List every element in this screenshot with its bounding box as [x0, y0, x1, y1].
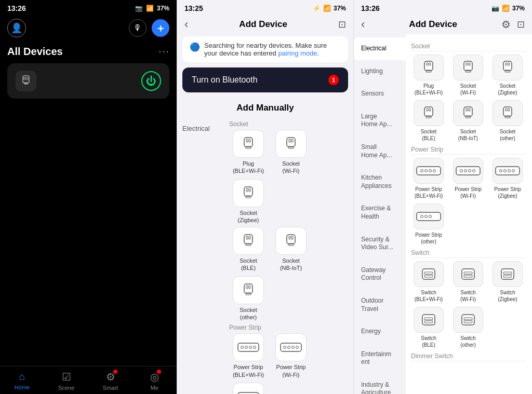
- socket-ble-label: Socket(BLE): [240, 257, 257, 272]
- p3-socket-nbiot-icon: [453, 100, 483, 126]
- device-socket-zigbee[interactable]: Socket(Zigbee): [229, 179, 268, 224]
- ps-zigbee-icon: [233, 383, 264, 394]
- p3-switch-other-icon: [453, 307, 483, 333]
- panel-all-devices: 13:26 📷 📶 37% 👤 🎙 ＋ All Devices ···: [0, 0, 177, 394]
- device-socket-other[interactable]: Socket(other): [229, 276, 268, 321]
- p3-switch-wifi-label: Switch(Wi-Fi): [460, 289, 476, 303]
- device-ps-zigbee[interactable]: Power Strip(Zigbee): [229, 383, 268, 394]
- nav-kitchen[interactable]: KitchenAppliances: [354, 167, 406, 197]
- power-button[interactable]: ⏻: [141, 71, 161, 91]
- p3-device-socket-ble[interactable]: Socket(BLE): [411, 100, 446, 142]
- more-options-button[interactable]: ···: [158, 45, 169, 58]
- device-ps-wifi[interactable]: Power Strip(Wi-Fi): [272, 333, 310, 378]
- socket-wifi-label: Socket(Wi-Fi): [282, 160, 300, 175]
- nav-item-me[interactable]: ◎ Me: [132, 370, 177, 392]
- svg-rect-26: [244, 284, 252, 293]
- p3-device-ps-zigbee[interactable]: Power Strip(Zigbee): [490, 158, 525, 199]
- back-button-3[interactable]: ‹: [361, 18, 365, 31]
- p3-device-socket-zigbee[interactable]: Socket(Zigbee): [490, 55, 525, 96]
- svg-rect-14: [244, 187, 252, 196]
- ps-wifi-label: Power Strip(Wi-Fi): [276, 363, 306, 378]
- p3-device-switch-ble[interactable]: Switch(BLE): [411, 307, 446, 348]
- nav-entertainment[interactable]: Entertainment: [354, 343, 406, 374]
- p3-device-switch-ble-wifi[interactable]: Switch(BLE+Wi-Fi): [411, 261, 446, 303]
- nav-lighting[interactable]: Lighting: [354, 60, 406, 83]
- p3-device-ps-ble-wifi[interactable]: Power Strip(BLE+Wi-Fi): [411, 158, 446, 199]
- device-socket-wifi[interactable]: Socket(Wi-Fi): [272, 130, 310, 175]
- info-icon: 🔵: [190, 42, 200, 52]
- device-categories-scroll[interactable]: Electrical Socket Plug(BLE+Wi-Fi) Soc: [177, 117, 353, 394]
- p3-device-switch-other[interactable]: Switch(other): [450, 307, 486, 348]
- nav-gateway[interactable]: GatewayControl: [354, 259, 406, 290]
- settings-button-3[interactable]: ⚙: [501, 18, 511, 31]
- p3-ps-other-icon: [414, 203, 444, 229]
- device-socket-nbiot[interactable]: Socket(NB-IoT): [272, 227, 310, 272]
- p3-switch-wifi-icon: [453, 261, 483, 287]
- panel-add-device-middle: 13:25 ⚡ 📶 37% ‹ Add Device ⊡ 🔵 Searching…: [177, 0, 353, 394]
- nav-industry[interactable]: Industry &Agriculture: [354, 374, 406, 394]
- socket-nbiot-label: Socket(NB-IoT): [280, 257, 302, 272]
- socket-wifi-icon: [275, 130, 307, 158]
- avatar[interactable]: 👤: [7, 19, 26, 37]
- svg-rect-74: [464, 107, 472, 116]
- p3-device-socket-wifi[interactable]: Socket(Wi-Fi): [450, 55, 486, 96]
- nav-energy[interactable]: Energy: [354, 320, 406, 343]
- svg-rect-18: [244, 235, 252, 244]
- nav-item-scene[interactable]: ☑ Scene: [44, 370, 88, 392]
- socket-nbiot-icon: [275, 227, 307, 255]
- expand-button-3[interactable]: ⊡: [517, 19, 525, 30]
- p3-device-switch-wifi[interactable]: Switch(Wi-Fi): [450, 261, 486, 303]
- p3-device-socket-other[interactable]: Socket(other): [490, 100, 525, 142]
- p3-socket-grid: Plug(BLE+Wi-Fi) Socket(Wi-Fi) Socket(Zig…: [411, 55, 527, 142]
- p3-socket-other-label: Socket(other): [500, 128, 516, 142]
- avatar-icon: 👤: [11, 22, 22, 34]
- svg-rect-58: [424, 61, 433, 71]
- plug-ble-wifi-icon: [233, 130, 264, 158]
- nav-small-home[interactable]: SmallHome Ap...: [354, 136, 406, 167]
- left-nav: Electrical Lighting Sensors LargeHome Ap…: [354, 34, 406, 394]
- nav-security[interactable]: Security &Video Sur...: [354, 228, 406, 259]
- p3-socket-other-icon: [493, 100, 523, 126]
- time-2: 13:25: [184, 4, 203, 12]
- mic-button[interactable]: 🎙: [129, 19, 147, 37]
- p3-switch-ble-icon: [414, 307, 444, 333]
- status-icons-2: ⚡ 📶 37%: [313, 5, 346, 12]
- signal-icon: 📶: [146, 5, 154, 12]
- time-1: 13:26: [7, 4, 26, 12]
- bluetooth-button[interactable]: Turn on Bluetooth 1: [182, 67, 348, 92]
- p3-switch-ble-wifi-label: Switch(BLE+Wi-Fi): [415, 289, 443, 303]
- device-socket-ble[interactable]: Socket(BLE): [229, 227, 268, 272]
- device-ps-ble-wifi[interactable]: Power Strip(BLE+Wi-Fi): [229, 333, 268, 378]
- socket-other-label: Socket(other): [240, 306, 257, 321]
- right-content: Socket Plug(BLE+Wi-Fi) Socket(Wi-Fi): [406, 34, 532, 394]
- top-bar-2: ‹ Add Device ⊡: [177, 15, 353, 34]
- socket-ble-icon: [233, 227, 264, 255]
- p3-device-ps-other[interactable]: Power Strip(other): [411, 203, 446, 245]
- nav-item-home[interactable]: ⌂ Home: [0, 370, 44, 392]
- add-button[interactable]: ＋: [152, 19, 169, 37]
- signal-icon-2: 📶: [323, 5, 331, 12]
- p3-device-plug-ble-wifi[interactable]: Plug(BLE+Wi-Fi): [411, 55, 446, 96]
- nav-sensors[interactable]: Sensors: [354, 83, 406, 105]
- socket-zigbee-icon: [233, 179, 264, 207]
- device-plug-ble-wifi[interactable]: Plug(BLE+Wi-Fi): [229, 130, 268, 175]
- back-button-2[interactable]: ‹: [184, 18, 188, 31]
- nav-item-smart[interactable]: ⚙ Smart: [88, 370, 132, 392]
- p3-switch-grid: Switch(BLE+Wi-Fi) Switch(Wi-Fi) Switch(Z…: [411, 261, 527, 348]
- p3-plug-ble-wifi-icon: [414, 55, 444, 80]
- p3-switch-ble-wifi-icon: [414, 261, 444, 287]
- battery-1: 37%: [157, 5, 169, 12]
- p3-device-socket-nbiot[interactable]: Socket(NB-IoT): [450, 100, 486, 142]
- nav-outdoor[interactable]: OutdoorTravel: [354, 290, 406, 320]
- nav-exercise[interactable]: Exercise &Health: [354, 197, 406, 228]
- camera-icon-3: 📷: [491, 5, 499, 12]
- nav-electrical[interactable]: Electrical: [354, 37, 406, 60]
- p3-socket-nbiot-label: Socket(NB-IoT): [458, 128, 478, 142]
- expand-button-2[interactable]: ⊡: [338, 19, 346, 30]
- p3-device-ps-wifi[interactable]: Power Strip(Wi-Fi): [450, 158, 486, 199]
- p3-socket-wifi-icon: [453, 55, 483, 80]
- device-card[interactable]: ⏻: [7, 63, 169, 99]
- section-label-powerstrip: Power Strip: [411, 146, 527, 155]
- p3-device-switch-zigbee[interactable]: Switch(Zigbee): [490, 261, 525, 303]
- nav-large-home[interactable]: LargeHome Ap...: [354, 105, 406, 136]
